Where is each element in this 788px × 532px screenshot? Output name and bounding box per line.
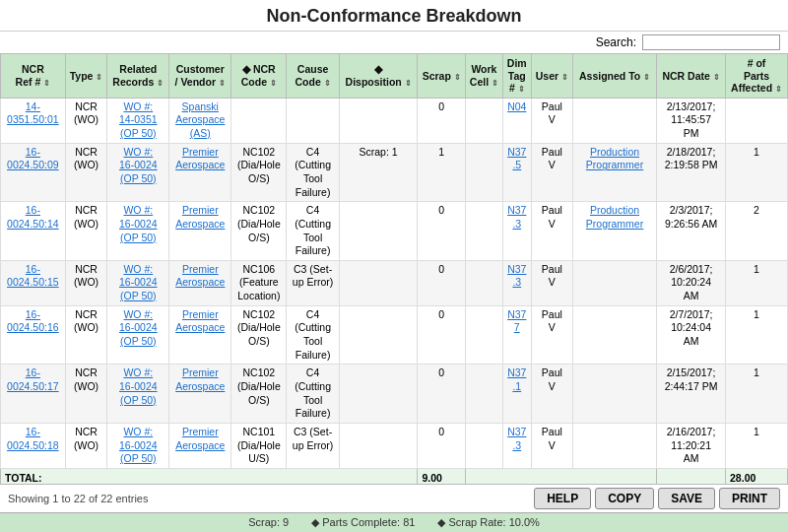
table-cell[interactable]: WO #:16-0024(OP 50) [107,260,169,305]
table-cell[interactable]: ProductionProgrammer [572,202,656,261]
table-cell: Scrap: 1 [339,143,418,202]
table-cell[interactable] [572,305,656,365]
col-type[interactable]: Type ⇕ [65,54,107,99]
col-dim-tag[interactable]: DimTag# ⇕ [502,54,531,99]
col-disposition[interactable]: ◆Disposition ⇕ [339,54,418,99]
footer-bar: Showing 1 to 22 of 22 entries HELP COPY … [0,484,788,512]
table-cell[interactable]: 16-0024.50:18 [1,423,66,468]
table-cell[interactable]: WO #:16-0024(OP 50) [107,202,169,261]
table-cell [466,202,503,261]
table-cell[interactable]: 14-0351.50:01 [1,98,66,143]
table-cell: 2/6/2017;10:20:24AM [657,260,726,305]
table-cell[interactable]: N377 [502,305,531,365]
table-cell: PaulV [531,202,572,261]
table-cell[interactable]: N37.1 [502,365,531,424]
table-cell: 1 [726,143,788,202]
table-cell[interactable]: SpanskiAerospace(AS) [169,98,231,143]
col-parts[interactable]: # ofPartsAffected ⇕ [726,54,788,99]
table-cell[interactable]: PremierAerospace [169,143,231,202]
table-cell: NCR(WO) [65,98,107,143]
table-cell: PaulV [531,260,572,305]
table-cell: 2/13/2017;11:45:57PM [657,98,726,143]
table-cell: 2/7/2017;10:24:04AM [657,305,726,365]
table-cell: C3 (Set-up Error) [287,260,339,305]
print-button[interactable]: PRINT [719,488,780,509]
table-cell[interactable]: WO #:16-0024(OP 50) [107,365,169,424]
table-cell [466,305,503,365]
table-cell[interactable] [572,365,656,424]
table-row: 16-0024.50:14NCR(WO)WO #:16-0024(OP 50)P… [1,202,788,261]
table-cell: 1 [726,423,788,468]
col-cause-code[interactable]: CauseCode ⇕ [287,54,339,99]
table-cell [466,143,503,202]
table-cell: 0 [418,98,466,143]
table-cell[interactable]: N37.3 [502,260,531,305]
col-ncr-code[interactable]: ◆ NCRCode ⇕ [231,54,287,99]
copy-button[interactable]: COPY [595,488,654,509]
table-cell: 0 [418,365,466,424]
table-row: 16-0024.50:18NCR(WO)WO #:16-0024(OP 50)P… [1,423,788,468]
table-cell[interactable]: PremierAerospace [169,365,231,424]
col-assigned[interactable]: Assigned To ⇕ [572,54,656,99]
table-cell: NC102(Dia/HoleO/S) [231,365,287,424]
help-button[interactable]: HELP [534,488,591,509]
col-related[interactable]: RelatedRecords ⇕ [107,54,169,99]
table-cell: NC102(Dia/HoleO/S) [231,143,287,202]
table-cell[interactable]: N04 [502,98,531,143]
page-title: Non-Conformance Breakdown [0,6,788,27]
table-cell[interactable]: 16-0024.50:17 [1,365,66,424]
table-cell[interactable]: 16-0024.50:14 [1,202,66,261]
table-cell: PaulV [531,143,572,202]
table-cell: NCR(WO) [65,305,107,365]
table-cell[interactable]: 16-0024.50:16 [1,305,66,365]
table-cell[interactable]: PremierAerospace [169,260,231,305]
search-bar: Search: [0,32,788,53]
col-work-cell[interactable]: WorkCell ⇕ [466,54,503,99]
table-cell[interactable]: N37.3 [502,423,531,468]
table-cell [231,98,287,143]
table-cell[interactable]: ProductionProgrammer [572,143,656,202]
table-cell[interactable]: N37.3 [502,202,531,261]
table-cell[interactable]: PremierAerospace [169,305,231,365]
col-customer[interactable]: Customer/ Vendor ⇕ [169,54,231,99]
table-cell [726,98,788,143]
showing-entries: Showing 1 to 22 of 22 entries [8,493,148,504]
table-cell: PaulV [531,305,572,365]
table-container: NCRRef # ⇕ Type ⇕ RelatedRecords ⇕ Custo… [0,53,788,484]
data-table: NCRRef # ⇕ Type ⇕ RelatedRecords ⇕ Custo… [0,53,788,484]
col-user[interactable]: User ⇕ [531,54,572,99]
table-cell [339,423,418,468]
table-cell: 1 [726,260,788,305]
table-cell[interactable] [572,98,656,143]
total-scrap: 9.00 [418,468,466,484]
table-cell[interactable]: WO #:16-0024(OP 50) [107,305,169,365]
table-cell: NC102(Dia/HoleO/S) [231,305,287,365]
total-parts: 28.00 [726,468,788,484]
search-input[interactable] [642,34,780,50]
table-cell [466,423,503,468]
table-cell: C4(CuttingToolFailure) [287,143,339,202]
table-cell[interactable]: WO #:16-0024(OP 50) [107,143,169,202]
table-row: 16-0024.50:17NCR(WO)WO #:16-0024(OP 50)P… [1,365,788,424]
table-cell[interactable]: 16-0024.50:15 [1,260,66,305]
table-cell[interactable] [572,260,656,305]
table-cell[interactable]: PremierAerospace [169,202,231,261]
col-ncr-ref[interactable]: NCRRef # ⇕ [1,54,66,99]
table-row: 14-0351.50:01NCR(WO)WO #:14-0351(OP 50)S… [1,98,788,143]
table-cell: NC101(Dia/HoleU/S) [231,423,287,468]
table-cell [466,260,503,305]
table-cell[interactable]: WO #:16-0024(OP 50) [107,423,169,468]
table-cell[interactable]: 16-0024.50:09 [1,143,66,202]
table-cell: 1 [726,365,788,424]
status-parts-complete: ◆ Parts Complete: 81 [308,516,415,528]
col-scrap[interactable]: Scrap ⇕ [418,54,466,99]
table-cell[interactable]: PremierAerospace [169,423,231,468]
table-header-row: NCRRef # ⇕ Type ⇕ RelatedRecords ⇕ Custo… [1,54,788,99]
table-cell [339,305,418,365]
col-ncr-date[interactable]: NCR Date ⇕ [657,54,726,99]
table-cell[interactable]: N37.5 [502,143,531,202]
table-cell[interactable] [572,423,656,468]
table-cell[interactable]: WO #:14-0351(OP 50) [107,98,169,143]
table-cell: C4(CuttingToolFailure) [287,305,339,365]
save-button[interactable]: SAVE [658,488,715,509]
